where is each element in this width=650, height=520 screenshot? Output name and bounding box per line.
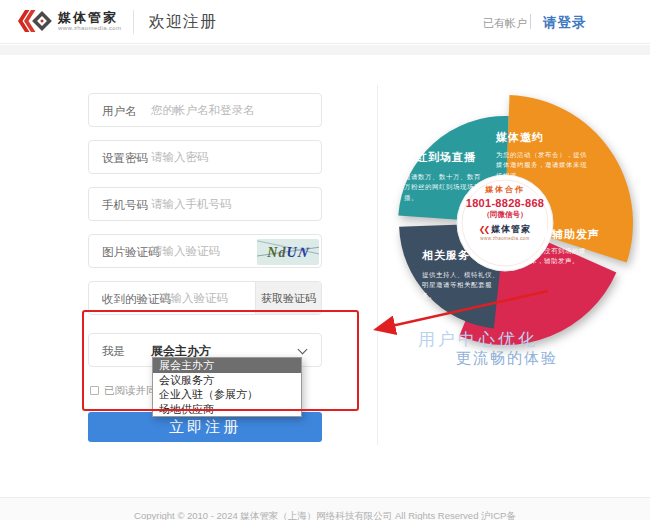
brand-chevron-icon: ❮❮ [479,225,488,234]
segment-title-media-invite: 媒体邀约 [496,130,544,145]
page-title: 欢迎注册 [149,12,217,33]
role-option-exhibitor[interactable]: 企业入驻（参展方） [153,387,301,402]
center-brand: ❮❮媒体管家 [457,223,553,236]
center-contact-box: 媒体合作 1801-8828-868 （同微信号） ❮❮媒体管家 www.zha… [457,184,553,241]
segment-title-livestream: 网红到场直播 [404,150,476,165]
caption-user-center: 用户中心优化 [418,328,538,351]
password-label: 设置密码 [102,151,148,166]
captcha-image[interactable]: NdUN [257,239,319,265]
phone-label: 手机号码 [102,198,148,213]
caption-smoother-experience: 更流畅的体验 [456,349,558,368]
role-label: 我是 [102,344,125,359]
username-field: 用户名 [88,93,322,127]
password-input[interactable] [151,142,281,172]
captcha-char: N [296,245,311,261]
header: 媒体管家 www.zhaomedia.com 欢迎注册 已有帐户 请登录 [0,0,650,44]
brand-logo-icon [16,7,52,35]
brand-url: www.zhaomedia.com [58,25,122,32]
username-input[interactable] [151,95,281,125]
segment-desc-media-voice: 联系没有到场的媒体，辅助发声。 [530,246,598,267]
phone-field: 手机号码 [88,187,322,221]
copyright-text: Copyright © 2010 - 2024 媒体管家（上海）网络科技有限公司… [0,510,650,520]
center-wechat-note: （同微信号） [457,210,553,220]
agreement-checkbox[interactable] [90,386,99,395]
footer: Copyright © 2010 - 2024 媒体管家（上海）网络科技有限公司… [0,497,650,520]
center-brand-name: 媒体管家 [491,224,531,234]
get-code-button[interactable]: 获取验证码 [255,282,321,314]
role-option-organizer[interactable]: 展会主办方 [153,358,301,373]
segment-desc-media-invite: 为您的活动（发布会），提供媒体邀约服务，邀请媒体来现场报道。 [496,150,588,181]
brand-logo[interactable]: 媒体管家 www.zhaomedia.com [16,7,122,35]
phone-input[interactable] [151,189,281,219]
brand-text: 媒体管家 www.zhaomedia.com [58,11,122,32]
role-dropdown-list: 展会主办方 会议服务方 企业入驻（参展方） 场地供应商 [152,357,302,417]
chevron-down-icon [298,345,308,355]
segment-title-related-services: 相关服务 [422,248,470,263]
smscode-input[interactable] [159,283,251,313]
captcha-input[interactable] [151,236,251,266]
role-option-conference[interactable]: 会议服务方 [153,373,301,388]
existing-account-label: 已有帐户 [483,16,527,31]
smscode-field: 收到的验证码 获取验证码 [88,281,322,315]
role-option-venue[interactable]: 场地供应商 [153,402,301,417]
brand-name: 媒体管家 [58,11,122,25]
segment-desc-related-services: 提供主持人、模特礼仪、明星邀请等相关配套服务。 [422,270,504,301]
header-divider [133,10,134,34]
captcha-field: 图片验证码 NdUN [88,234,322,268]
registration-page: 媒体管家 www.zhaomedia.com 欢迎注册 已有帐户 请登录 用户名… [0,0,650,520]
header-gray-band [0,45,650,55]
username-label: 用户名 [102,104,137,119]
password-field: 设置密码 [88,140,322,174]
center-cooperation-label: 媒体合作 [457,184,553,195]
captcha-char: N [267,245,278,260]
center-phone-number: 1801-8828-868 [457,197,553,209]
services-wheel-diagram: 网红到场直播 邀请数万、数十万、数百万粉丝的网红到场现场直播。 媒体邀约 为您的… [370,88,640,358]
login-link[interactable]: 请登录 [543,14,587,32]
center-brand-url: www.zhaomedia.com [457,236,553,241]
header-right-divider [530,14,531,29]
